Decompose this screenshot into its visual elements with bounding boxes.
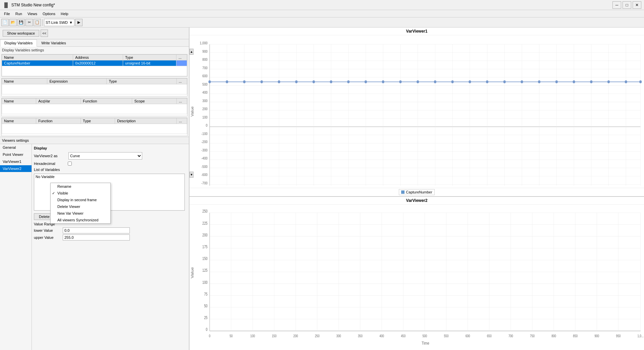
- close-button[interactable]: ✕: [633, 1, 641, 9]
- svg-text:200: 200: [202, 107, 208, 111]
- menu-views[interactable]: Views: [25, 11, 40, 16]
- svg-point-70: [313, 80, 315, 83]
- window-controls: ─ □ ✕: [612, 1, 641, 9]
- ctx-display-second[interactable]: Display in second frame: [51, 196, 110, 203]
- ctx-all-sync[interactable]: All viewers Synchronized: [51, 217, 110, 223]
- right-panel: VarViewer1 ▲ 1,000 900 800 700 600 500 4…: [190, 28, 644, 350]
- toolbar-extra[interactable]: ▶: [75, 19, 83, 26]
- ctx-display-second-label: Display in second frame: [57, 198, 97, 202]
- svg-text:850: 850: [573, 334, 578, 338]
- chart1-scroll-down[interactable]: ▼: [190, 172, 194, 178]
- svg-point-72: [347, 80, 350, 83]
- context-menu: Rename ✓ Visible Display in second frame…: [50, 183, 111, 224]
- svg-point-79: [469, 80, 471, 83]
- svg-text:200: 200: [293, 334, 298, 338]
- toolbar: 📄 📂 💾 ✂ 📋 ST-Link SWD ▼ ▶: [0, 17, 644, 28]
- svg-text:500: 500: [422, 334, 427, 338]
- title-bar: ▐▌ STM Studio New config* ─ □ ✕: [0, 0, 644, 10]
- display-section-row: Display: [34, 146, 187, 150]
- svg-text:75: 75: [204, 292, 207, 296]
- viewers-nav: General Point Viewer VarViewer1 VarViewe…: [0, 144, 32, 350]
- tab-display-variables[interactable]: Display Variables: [0, 39, 37, 47]
- main-layout: Show workspace << Display Variables Writ…: [0, 28, 644, 350]
- menu-bar: File Run Views Options Help: [0, 10, 644, 17]
- ctx-delete-viewer[interactable]: Delete Viewer: [51, 203, 110, 210]
- toolbar-cut[interactable]: ✂: [25, 19, 33, 26]
- minimize-button[interactable]: ─: [612, 1, 621, 9]
- toolbar-paste[interactable]: 📋: [34, 19, 41, 26]
- display-vars-table: Name Address Type ... CaptureNumber 0x20…: [2, 54, 187, 76]
- ctx-visible[interactable]: ✓ Visible: [51, 190, 110, 196]
- toolbar-save[interactable]: 💾: [17, 19, 25, 26]
- hexadecimal-row: Hexadecimal: [34, 162, 187, 166]
- svg-text:200: 200: [202, 232, 208, 237]
- menu-file[interactable]: File: [1, 11, 13, 16]
- stlink-dropdown[interactable]: ST-Link SWD ▼: [44, 19, 74, 26]
- svg-text:-500: -500: [201, 165, 208, 169]
- nav-varviewer2[interactable]: VarViewer2: [0, 165, 32, 172]
- svg-text:500: 500: [202, 82, 208, 86]
- lower-value-input[interactable]: [63, 227, 130, 233]
- menu-run[interactable]: Run: [13, 11, 25, 16]
- maximize-button[interactable]: □: [623, 1, 631, 9]
- svg-text:1,0...: 1,0...: [637, 334, 643, 338]
- svg-point-87: [607, 80, 610, 83]
- toolbar-open[interactable]: 📂: [9, 19, 17, 26]
- svg-text:250: 250: [315, 334, 320, 338]
- col-dots: ...: [176, 55, 187, 60]
- show-workspace-button[interactable]: Show workspace: [3, 30, 39, 37]
- svg-text:250: 250: [202, 209, 208, 213]
- ctx-new-var-viewer[interactable]: New Var Viewer: [51, 210, 110, 217]
- varviewer2-as-select[interactable]: Curve Table XY Plot: [68, 152, 142, 160]
- svg-point-65: [226, 80, 228, 83]
- table4: Name Function Type Description ...: [2, 118, 187, 134]
- t3-col-name: Name: [2, 98, 36, 104]
- hexadecimal-checkbox[interactable]: [68, 162, 72, 166]
- svg-text:300: 300: [336, 334, 341, 338]
- menu-help[interactable]: Help: [58, 11, 71, 16]
- varviewer2-as-row: VarViewer2 as Curve Table XY Plot: [34, 152, 187, 160]
- lower-value-row: lower Value: [34, 227, 187, 233]
- svg-point-81: [503, 80, 506, 83]
- chart1-scroll-up[interactable]: ▲: [190, 49, 194, 55]
- collapse-button[interactable]: <<: [41, 30, 48, 37]
- t3-col-acqvar: AcqVar: [36, 98, 81, 104]
- upper-value-input[interactable]: [63, 234, 130, 240]
- table-row[interactable]: CaptureNumber 0x20000012 unsigned 16-bit: [2, 60, 187, 66]
- toolbar-separator: [42, 19, 43, 26]
- svg-text:175: 175: [202, 245, 208, 249]
- ctx-rename-label: Rename: [57, 184, 71, 188]
- ctx-all-sync-label: All viewers Synchronized: [57, 218, 98, 222]
- svg-point-85: [573, 80, 575, 83]
- menu-options[interactable]: Options: [40, 11, 58, 16]
- row-name: CaptureNumber: [2, 60, 73, 66]
- svg-text:1,000: 1,000: [200, 41, 208, 45]
- left-panel: Show workspace << Display Variables Writ…: [0, 28, 190, 350]
- svg-text:300: 300: [202, 99, 208, 103]
- t2-col-type: Type: [107, 79, 176, 84]
- table-row-empty3: [2, 104, 187, 114]
- tab-write-variables[interactable]: Write Variables: [37, 39, 70, 46]
- svg-point-82: [521, 80, 523, 83]
- row-type: unsigned 16-bit: [123, 60, 176, 66]
- t2-col-expr: Expression: [47, 79, 107, 84]
- nav-varviewer1[interactable]: VarViewer1: [0, 158, 32, 165]
- lower-value-label: lower Value: [34, 228, 61, 232]
- svg-text:400: 400: [202, 90, 208, 94]
- t4-col-dots: ...: [177, 118, 187, 124]
- svg-text:-400: -400: [201, 157, 208, 161]
- svg-text:50: 50: [204, 304, 207, 308]
- list-variables-label: List of Variables: [34, 168, 187, 172]
- viewers-content: Display VarViewer2 as Curve Table XY Plo…: [32, 144, 189, 350]
- svg-text:650: 650: [487, 334, 492, 338]
- svg-text:800: 800: [551, 334, 556, 338]
- toolbar-new[interactable]: 📄: [1, 19, 9, 26]
- svg-text:100: 100: [202, 115, 208, 119]
- nav-general[interactable]: General: [0, 144, 32, 151]
- t3-col-func: Function: [81, 98, 132, 104]
- ctx-rename[interactable]: Rename: [51, 183, 110, 190]
- viewers-settings-title: Viewers settings: [0, 137, 189, 144]
- nav-point-viewer[interactable]: Point Viewer: [0, 151, 32, 158]
- legend-capture-number: CaptureNumber: [399, 189, 434, 195]
- stlink-label: ST-Link SWD: [46, 20, 68, 25]
